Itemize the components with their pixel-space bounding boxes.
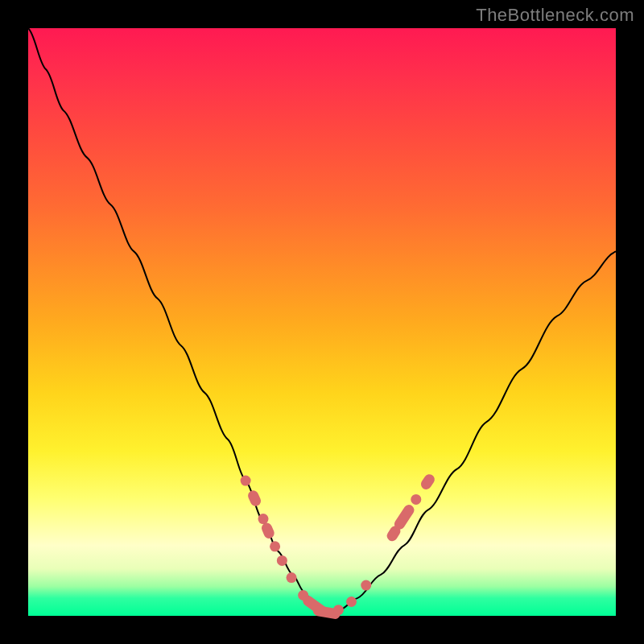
marker-dot xyxy=(258,514,269,524)
marker-group xyxy=(241,473,437,620)
marker-pill xyxy=(419,473,436,492)
marker-dot xyxy=(241,476,251,486)
marker-dot xyxy=(411,494,421,505)
marker-dot xyxy=(361,580,371,591)
marker-dot xyxy=(270,541,280,551)
chart-frame: TheBottleneck.com xyxy=(0,0,644,644)
marker-dot xyxy=(277,555,287,566)
marker-pill xyxy=(246,489,262,508)
marker-dot xyxy=(333,605,344,615)
main-curve xyxy=(28,28,616,613)
plot-area xyxy=(28,28,616,616)
watermark-text: TheBottleneck.com xyxy=(476,5,634,26)
marker-dot xyxy=(287,572,297,583)
marker-dot xyxy=(346,597,357,607)
marker-pill xyxy=(392,503,416,532)
curve-svg xyxy=(28,28,616,616)
